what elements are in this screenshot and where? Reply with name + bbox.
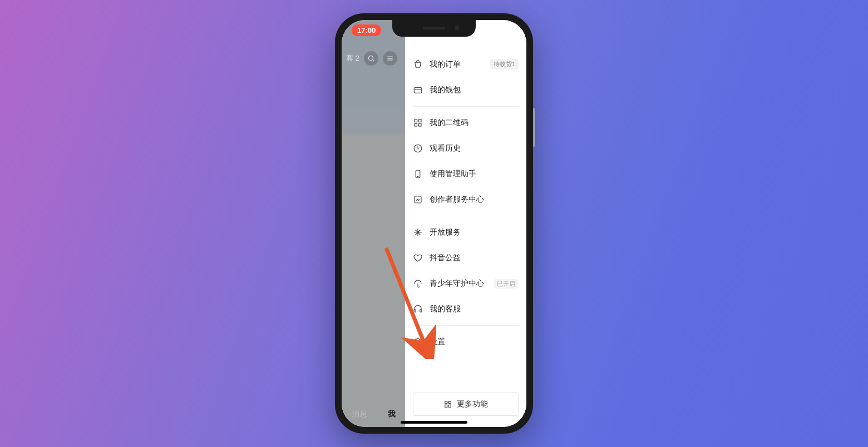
menu-separator bbox=[413, 216, 519, 216]
svg-rect-15 bbox=[420, 310, 422, 312]
svg-rect-20 bbox=[445, 405, 447, 407]
qrcode-icon bbox=[413, 118, 423, 128]
menu-item-settings[interactable]: 设置 bbox=[413, 329, 519, 355]
menu-label: 观看历史 bbox=[430, 143, 461, 153]
menu-item-support[interactable]: 我的客服 bbox=[413, 296, 519, 322]
visitor-count: 客 2 bbox=[346, 53, 359, 63]
menu-label: 我的二维码 bbox=[430, 118, 468, 128]
svg-rect-7 bbox=[419, 120, 422, 122]
bottom-tabs: 消息 我 bbox=[342, 409, 406, 419]
svg-point-0 bbox=[368, 56, 373, 60]
menu-item-wallet[interactable]: 我的钱包 bbox=[413, 77, 519, 103]
menu-label: 创作者服务中心 bbox=[430, 195, 484, 205]
phone-frame: 17:00 客 2 消息 我 我的订单 bbox=[335, 13, 533, 434]
svg-rect-8 bbox=[415, 124, 417, 127]
orders-badge: 待收货1 bbox=[490, 59, 519, 69]
tab-messages[interactable]: 消息 bbox=[352, 409, 367, 419]
menu-item-qrcode[interactable]: 我的二维码 bbox=[413, 110, 519, 136]
menu-item-charity[interactable]: 抖音公益 bbox=[413, 245, 519, 271]
grid-icon bbox=[443, 400, 452, 409]
menu-label: 我的钱包 bbox=[430, 85, 461, 95]
more-button-label: 更多功能 bbox=[457, 399, 488, 409]
clock-icon bbox=[413, 143, 423, 153]
svg-point-12 bbox=[417, 176, 418, 177]
menu-item-open-service[interactable]: 开放服务 bbox=[413, 220, 519, 245]
menu-label: 我的订单 bbox=[430, 59, 461, 69]
menu-separator bbox=[413, 325, 519, 326]
menu-item-teen[interactable]: 青少年守护中心 已开启 bbox=[413, 271, 519, 296]
recording-time-pill: 17:00 bbox=[352, 24, 381, 36]
svg-rect-6 bbox=[415, 120, 417, 122]
menu-label: 使用管理助手 bbox=[430, 169, 476, 179]
drawer-menu: 我的订单 待收货1 我的钱包 我的二维码 bbox=[405, 51, 526, 387]
menu-item-assistant[interactable]: 使用管理助手 bbox=[413, 161, 519, 187]
menu-separator bbox=[413, 106, 519, 107]
background-header: 客 2 bbox=[346, 51, 397, 66]
headset-icon bbox=[413, 304, 423, 314]
chart-icon bbox=[413, 195, 423, 205]
svg-line-1 bbox=[373, 60, 374, 62]
menu-icon bbox=[383, 51, 397, 66]
svg-rect-19 bbox=[448, 401, 451, 404]
svg-rect-14 bbox=[414, 310, 416, 312]
menu-label: 设置 bbox=[430, 337, 445, 347]
svg-rect-18 bbox=[445, 401, 447, 404]
cart-icon bbox=[413, 59, 423, 69]
wallet-icon bbox=[413, 85, 423, 95]
phone-screen: 17:00 客 2 消息 我 我的订单 bbox=[342, 20, 526, 427]
side-drawer: 我的订单 待收货1 我的钱包 我的二维码 bbox=[405, 20, 526, 427]
menu-label: 青少年守护中心 bbox=[430, 279, 484, 289]
menu-item-history[interactable]: 观看历史 bbox=[413, 136, 519, 161]
device-notch bbox=[392, 20, 476, 37]
sparkle-icon bbox=[413, 227, 423, 237]
search-icon bbox=[364, 51, 378, 66]
umbrella-icon bbox=[413, 279, 423, 289]
svg-rect-21 bbox=[448, 405, 451, 407]
svg-rect-5 bbox=[414, 88, 422, 93]
svg-marker-16 bbox=[415, 338, 421, 346]
more-features-button[interactable]: 更多功能 bbox=[413, 393, 519, 416]
home-indicator bbox=[401, 421, 467, 424]
heart-icon bbox=[413, 253, 423, 263]
menu-item-creator[interactable]: 创作者服务中心 bbox=[413, 187, 519, 212]
phone-assistant-icon bbox=[413, 169, 423, 179]
svg-rect-9 bbox=[419, 124, 422, 127]
svg-point-17 bbox=[417, 341, 420, 344]
menu-label: 我的客服 bbox=[430, 304, 461, 314]
menu-label: 开放服务 bbox=[430, 227, 461, 237]
teen-enabled-tag: 已开启 bbox=[494, 279, 518, 289]
menu-label: 抖音公益 bbox=[430, 253, 461, 263]
tab-me[interactable]: 我 bbox=[388, 409, 396, 419]
menu-item-orders[interactable]: 我的订单 待收货1 bbox=[413, 51, 519, 77]
gear-icon bbox=[413, 337, 423, 347]
